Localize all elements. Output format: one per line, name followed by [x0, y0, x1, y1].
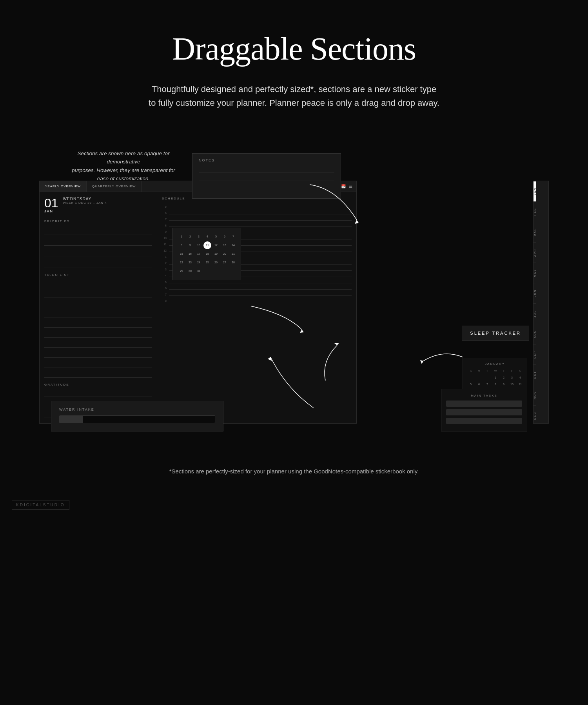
page-title: Draggable Sections	[78, 31, 510, 67]
menu-icon: ☰	[349, 184, 352, 188]
month-jan[interactable]: JAN	[534, 181, 536, 201]
date-info: WEDNESDAY WEEK 1 DEC 29 – JAN 4	[63, 197, 107, 205]
footer-text: *Sections are perfectly-sized for your p…	[169, 468, 419, 475]
task-bar-3	[446, 418, 522, 424]
planner-left: 01 JAN WEDNESDAY WEEK 1 DEC 29 – JAN 4 P…	[40, 192, 157, 423]
main-tasks-section: MAIN TASKS	[441, 389, 527, 431]
water-bar	[59, 415, 215, 423]
cal-15: 15	[178, 250, 185, 258]
cal-1: 1	[178, 233, 185, 241]
month-mar[interactable]: MAR	[534, 222, 536, 242]
cal-8: 8	[178, 241, 185, 249]
todo-line-3[interactable]	[44, 303, 152, 308]
cal-12: 12	[212, 241, 220, 249]
month-apr[interactable]: APR	[534, 242, 536, 263]
planner-body: 01 JAN WEDNESDAY WEEK 1 DEC 29 – JAN 4 P…	[40, 192, 356, 423]
svg-marker-2	[420, 360, 423, 364]
notes-card: NOTES	[192, 153, 341, 199]
month-may[interactable]: MAY	[534, 263, 536, 283]
cal-31: 31	[195, 267, 203, 275]
todo-line-5[interactable]	[44, 323, 152, 328]
date-week: WEEK 1 DEC 29 – JAN 4	[63, 201, 107, 205]
todo-line-10[interactable]	[44, 373, 152, 378]
priority-line-2[interactable]	[44, 239, 152, 246]
task-bar-2	[446, 409, 522, 415]
todo-line-2[interactable]	[44, 292, 152, 297]
tab-yearly[interactable]: YEARLY OVERVIEW	[40, 181, 87, 192]
subtitle: Thoughtfully designed and perfectly size…	[141, 82, 447, 110]
todo-line-7[interactable]	[44, 343, 152, 348]
main-tasks-label: MAIN TASKS	[446, 394, 522, 397]
cal-26: 26	[212, 259, 220, 266]
jan-h-m: M	[475, 368, 483, 374]
task-bar-1	[446, 401, 522, 407]
sched-8: 8	[162, 221, 352, 227]
arrow-sleep-tracker	[416, 345, 466, 369]
jan-cal-title: JANUARY	[467, 362, 523, 366]
notes-label: NOTES	[199, 158, 334, 162]
tab-quarterly[interactable]: QUARTERLY OVERVIEW	[87, 181, 142, 192]
water-label: WATER INTAKE	[59, 408, 215, 411]
water-bar-fill	[60, 416, 83, 423]
bottom-brand: KDIGITALSTUDIO	[0, 492, 588, 518]
month-nov[interactable]: NOV	[534, 385, 536, 405]
demo-area: Sections are shown here as opaque for de…	[39, 149, 549, 443]
todo-line-4[interactable]	[44, 312, 152, 317]
cal-27: 27	[221, 259, 229, 266]
todo-line-9[interactable]	[44, 363, 152, 368]
todo-line-6[interactable]	[44, 333, 152, 338]
header-section: Draggable Sections Thoughtfully designed…	[0, 0, 588, 126]
jan-h-f: F	[508, 368, 516, 374]
jan-h-t2: T	[500, 368, 508, 374]
cal-22: 22	[178, 259, 185, 266]
cal-29: 29	[178, 267, 185, 275]
cal-28: 28	[229, 259, 237, 266]
month-dec[interactable]: DEC	[534, 405, 536, 426]
calendar-icon: 📅	[341, 184, 346, 188]
sched-7b: 7	[162, 290, 352, 296]
date-number: 01	[44, 197, 58, 209]
cal-10: 10	[195, 241, 203, 249]
planner-right: SCHEDULE 5 6 7 8 9 10 11 12 1 2 3 4 5 6 …	[157, 192, 356, 423]
cal-24: 24	[195, 259, 203, 266]
month-mini-calendar: 1 2 3 4 5 6 7 8 9 10 11 12 13 14 15 16 1…	[172, 228, 241, 280]
sched-7: 7	[162, 215, 352, 221]
todo-line-8[interactable]	[44, 353, 152, 358]
cal-9: 9	[186, 241, 194, 249]
date-weekday: WEDNESDAY	[63, 197, 107, 201]
priority-line-1[interactable]	[44, 228, 152, 235]
demo-note: Sections are shown here as opaque for de…	[63, 149, 184, 183]
sched-5: 5	[162, 203, 352, 208]
cal-19: 19	[212, 250, 220, 258]
gratitude-line-1[interactable]	[44, 392, 152, 397]
sched-6b: 6	[162, 284, 352, 290]
month-feb[interactable]: FEB	[534, 201, 536, 222]
cal-18: 18	[203, 250, 211, 258]
sched-8b: 8	[162, 297, 352, 302]
notes-line-2	[199, 174, 334, 181]
gratitude-label: GRATITUDE	[44, 383, 152, 386]
jan-h-s: S	[467, 368, 475, 374]
date-header: 01 JAN WEDNESDAY WEEK 1 DEC 29 – JAN 4	[44, 197, 152, 213]
month-oct[interactable]: OCT	[534, 364, 536, 385]
cal-7: 7	[229, 233, 237, 241]
month-jul[interactable]: JUL	[534, 303, 536, 324]
cal-2: 2	[186, 233, 194, 241]
cal-13: 13	[221, 241, 229, 249]
cal-17: 17	[195, 250, 203, 258]
month-sep[interactable]: SEP	[534, 344, 536, 364]
month-jun[interactable]: JUN	[534, 283, 536, 303]
cal-6: 6	[221, 233, 229, 241]
sleep-tracker-label: SLEEP TRACKER	[470, 331, 521, 335]
brand-label: KDIGITALSTUDIO	[12, 500, 69, 510]
jan-h-t: T	[483, 368, 491, 374]
planner-container: YEARLY OVERVIEW QUARTERLY OVERVIEW WEEK …	[39, 181, 357, 424]
cal-16: 16	[186, 250, 194, 258]
priority-line-3[interactable]	[44, 251, 152, 257]
month-aug[interactable]: AUG	[534, 324, 536, 344]
priority-line-4[interactable]	[44, 262, 152, 268]
footer-note: *Sections are perfectly-sized for your p…	[0, 443, 588, 492]
jan-h-s2: S	[516, 368, 524, 374]
cal-11-today: 11	[203, 241, 211, 249]
todo-line-1[interactable]	[44, 282, 152, 287]
